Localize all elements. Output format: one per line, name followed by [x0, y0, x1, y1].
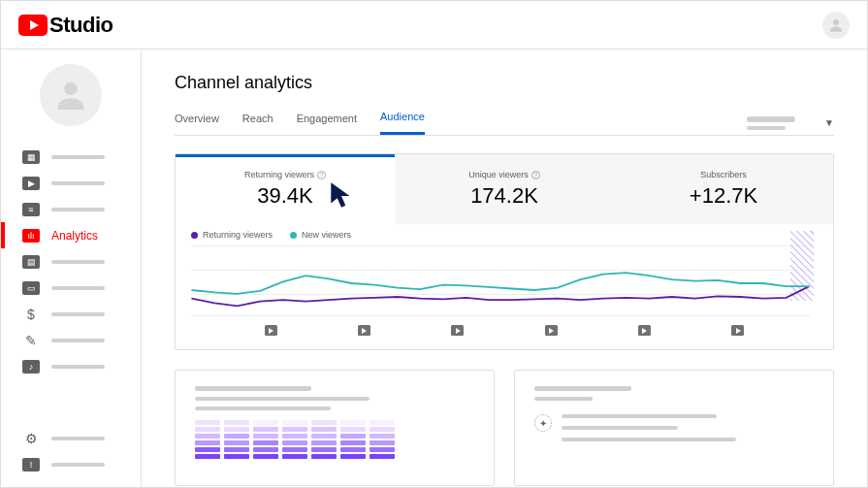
- feedback-icon: !: [22, 458, 40, 472]
- person-icon: [827, 16, 845, 34]
- legend-item: New viewers: [290, 230, 351, 240]
- line-chart: [176, 245, 833, 321]
- dashboard-icon: ▦: [22, 150, 40, 164]
- card-watch-time[interactable]: ✦: [514, 370, 834, 486]
- gear-icon: ⚙: [22, 432, 40, 445]
- date-range-picker[interactable]: ▼: [747, 116, 834, 130]
- bottom-cards: ✦: [175, 370, 834, 486]
- metric-label: Unique viewers?: [468, 170, 540, 179]
- nav-placeholder: [51, 339, 105, 342]
- skel-placeholder: [195, 386, 311, 391]
- cursor-icon: [329, 180, 354, 210]
- skel-placeholder: [534, 386, 631, 391]
- channel-avatar[interactable]: [40, 64, 102, 126]
- dollar-icon: $: [22, 308, 40, 321]
- timeline-markers: [176, 321, 833, 349]
- nav: ▦ ▶ ≡ ılıAnalytics ▤ ▭ $ ✎ ♪: [1, 144, 141, 425]
- tabs-row: Overview Reach Engagement Audience ▼: [175, 111, 834, 136]
- nav-item-comments[interactable]: ▤: [1, 248, 141, 275]
- metric-value: +12.7K: [614, 183, 833, 209]
- play-marker-icon: [358, 325, 370, 336]
- info-icon: ?: [531, 171, 540, 179]
- skel-placeholder: [195, 407, 331, 410]
- metric-tab-subscribers[interactable]: Subscribers +12.7K: [614, 154, 833, 224]
- tab-audience[interactable]: Audience: [380, 111, 425, 135]
- legend-label: New viewers: [302, 230, 351, 240]
- play-marker-icon: [265, 325, 277, 336]
- heatmap-bars: [195, 420, 474, 459]
- nav-placeholder: [51, 463, 105, 467]
- info-icon: ?: [317, 171, 326, 179]
- metric-tabs: Returning viewers? 39.4K Unique viewers?…: [176, 154, 833, 224]
- nav-item-content[interactable]: ▶: [1, 170, 141, 196]
- skel-placeholder: [195, 397, 370, 401]
- metric-value: 174.2K: [395, 183, 614, 209]
- svg-point-1: [833, 19, 839, 25]
- nav-placeholder: [51, 260, 105, 264]
- play-marker-icon: [731, 325, 744, 336]
- skel-placeholder: [534, 397, 593, 401]
- skel-placeholder: [747, 116, 795, 122]
- analytics-icon: ılı: [22, 229, 40, 243]
- metric-tab-unique-viewers[interactable]: Unique viewers? 174.2K: [395, 154, 614, 224]
- audio-icon: ♪: [22, 360, 40, 374]
- skel-placeholder: [562, 426, 678, 430]
- play-marker-icon: [545, 325, 558, 336]
- skel-placeholder: [562, 438, 736, 441]
- star-icon: ✦: [534, 414, 552, 432]
- metric-label: Returning viewers?: [244, 170, 326, 179]
- chevron-down-icon[interactable]: ▼: [824, 117, 834, 128]
- logo[interactable]: Studio: [18, 13, 113, 38]
- nav-item-feedback[interactable]: !: [1, 451, 141, 477]
- sidebar: ▦ ▶ ≡ ılıAnalytics ▤ ▭ $ ✎ ♪ ⚙ !: [1, 49, 142, 487]
- main-content: Channel analytics Overview Reach Engagem…: [142, 49, 867, 487]
- legend-dot: [290, 232, 297, 239]
- person-icon: [51, 76, 90, 114]
- legend-label: Returning viewers: [203, 230, 273, 240]
- nav-item-customization[interactable]: ✎: [1, 327, 141, 353]
- nav-bottom: ⚙ !: [1, 425, 141, 487]
- nav-item-dashboard[interactable]: ▦: [1, 144, 141, 170]
- subtitles-icon: ▭: [22, 281, 40, 295]
- account-avatar[interactable]: [822, 12, 850, 39]
- tab-overview[interactable]: Overview: [175, 113, 219, 134]
- nav-placeholder: [51, 312, 105, 316]
- nav-item-subtitles[interactable]: ▭: [1, 275, 141, 301]
- metric-label: Subscribers: [700, 170, 747, 179]
- nav-placeholder: [51, 181, 105, 185]
- nav-item-analytics[interactable]: ılıAnalytics: [1, 222, 141, 248]
- wand-icon: ✎: [22, 334, 40, 347]
- nav-placeholder: [51, 437, 105, 440]
- logo-text: Studio: [49, 13, 113, 38]
- metric-value: 39.4K: [176, 183, 395, 209]
- comments-icon: ▤: [22, 255, 40, 269]
- chart-area: [176, 245, 833, 321]
- nav-item-settings[interactable]: ⚙: [1, 425, 141, 451]
- playlist-icon: ≡: [22, 203, 40, 216]
- tab-reach[interactable]: Reach: [242, 113, 273, 134]
- nav-placeholder: [51, 365, 105, 369]
- youtube-icon: [18, 15, 48, 36]
- nav-item-monetization[interactable]: $: [1, 301, 141, 327]
- card-activity-schedule[interactable]: [175, 370, 495, 486]
- play-marker-icon: [638, 325, 651, 336]
- page-title: Channel analytics: [175, 73, 834, 93]
- play-marker-icon: [451, 325, 464, 336]
- skel-placeholder: [747, 126, 786, 130]
- nav-placeholder: [51, 208, 105, 211]
- content-icon: ▶: [22, 177, 40, 190]
- metric-tab-returning-viewers[interactable]: Returning viewers? 39.4K: [176, 154, 395, 224]
- svg-point-2: [64, 82, 77, 95]
- nav-item-playlists[interactable]: ≡: [1, 196, 141, 222]
- legend-dot: [191, 232, 198, 239]
- nav-label-analytics: Analytics: [51, 229, 98, 243]
- chart-legend: Returning viewers New viewers: [176, 224, 833, 245]
- nav-item-audio[interactable]: ♪: [1, 353, 141, 379]
- breakdown-lines: [562, 414, 814, 447]
- breakdown-row: ✦: [534, 414, 814, 447]
- skel-placeholder: [562, 414, 717, 418]
- metrics-card: Returning viewers? 39.4K Unique viewers?…: [175, 153, 834, 350]
- tab-engagement[interactable]: Engagement: [297, 113, 357, 134]
- legend-item: Returning viewers: [191, 230, 273, 240]
- nav-placeholder: [51, 155, 105, 159]
